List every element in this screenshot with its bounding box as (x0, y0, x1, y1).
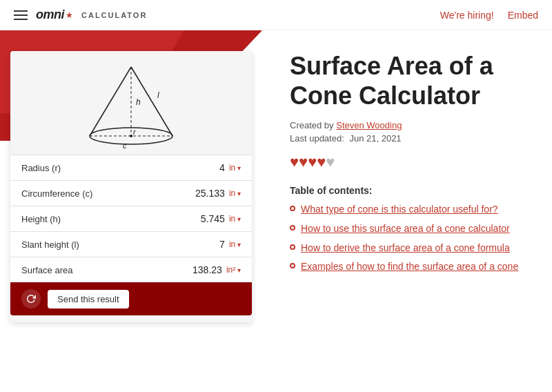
cone-diagram: h l r c (10, 51, 252, 155)
toc-list: What type of cone is this calculator use… (290, 203, 524, 273)
toc-bullet-3 (290, 244, 295, 250)
toc-item-4: Examples of how to find the surface area… (290, 260, 524, 274)
header-left: omni ★ CALCULATOR (14, 8, 147, 22)
toc-bullet-1 (290, 206, 295, 211)
rating-row: ♥ ♥ ♥ ♥ ♥ (290, 153, 524, 171)
article-title: Surface Area of a Cone Calculator (290, 51, 524, 110)
toc-bullet-4 (290, 263, 295, 268)
height-label: Height (h) (21, 214, 201, 224)
toc-link-4[interactable]: Examples of how to find the surface area… (301, 260, 518, 274)
send-result-button[interactable]: Send this result (48, 290, 129, 308)
logo-omni-text: omni (36, 8, 64, 22)
article-created-by: Created by Steven Wooding (290, 120, 524, 130)
toc-link-3[interactable]: How to derive the surface area of a cone… (301, 242, 510, 255)
author-link[interactable]: Steven Wooding (336, 120, 402, 130)
radius-unit[interactable]: in (229, 163, 241, 173)
heart-2: ♥ (299, 153, 308, 171)
slant-value: 7 (219, 239, 225, 250)
heart-1: ♥ (290, 153, 299, 171)
calc-row-height: Height (h) 5.745 in (10, 206, 252, 232)
calc-footer: Send this result (10, 282, 252, 315)
radius-label: Radius (r) (21, 163, 219, 173)
heart-4: ♥ (317, 153, 326, 171)
header-right: We're hiring! Embed (440, 10, 538, 21)
calc-row-surface: Surface area 138.23 in² (10, 257, 252, 282)
slant-unit[interactable]: in (229, 239, 241, 249)
toc-item-2: How to use this surface area of a cone c… (290, 222, 524, 236)
toc-link-2[interactable]: How to use this surface area of a cone c… (301, 222, 510, 236)
logo-star-icon: ★ (66, 10, 73, 20)
toc-title: Table of contents: (290, 185, 524, 196)
cone-svg: h l r c (69, 60, 193, 153)
calc-row-slant: Slant height (l) 7 in (10, 232, 252, 257)
height-value: 5.745 (201, 213, 225, 224)
height-unit[interactable]: in (229, 214, 241, 224)
calc-row-circumference: Circumference (c) 25.133 in (10, 181, 252, 206)
radius-value: 4 (219, 162, 225, 173)
svg-text:l: l (157, 90, 159, 100)
header: omni ★ CALCULATOR We're hiring! Embed (0, 0, 552, 30)
svg-line-0 (90, 67, 131, 136)
slant-label: Slant height (l) (21, 239, 219, 250)
heart-3: ♥ (308, 153, 317, 171)
svg-text:c: c (123, 141, 127, 150)
logo-calculator-text: CALCULATOR (81, 11, 147, 19)
main-content: h l r c Radius (r) 4 in Circumference (c… (0, 30, 552, 392)
toc-item-1: What type of cone is this calculator use… (290, 203, 524, 217)
surface-unit[interactable]: in² (226, 265, 241, 275)
heart-half-icon: ♥ (326, 153, 335, 171)
calculator-card: h l r c Radius (r) 4 in Circumference (c… (10, 51, 252, 322)
circumference-label: Circumference (c) (21, 188, 195, 199)
hamburger-menu[interactable] (14, 10, 28, 20)
refresh-button[interactable] (21, 289, 41, 308)
toc-bullet-2 (290, 225, 295, 231)
circumference-unit[interactable]: in (229, 188, 241, 198)
logo: omni ★ CALCULATOR (36, 8, 147, 22)
toc-item-3: How to derive the surface area of a cone… (290, 242, 524, 255)
right-panel: Surface Area of a Cone Calculator Create… (262, 30, 552, 392)
left-panel: h l r c Radius (r) 4 in Circumference (c… (0, 30, 262, 392)
svg-text:h: h (136, 97, 141, 107)
calc-fields: Radius (r) 4 in Circumference (c) 25.133… (10, 155, 252, 282)
surface-label: Surface area (21, 265, 193, 275)
toc-link-1[interactable]: What type of cone is this calculator use… (301, 203, 498, 217)
embed-link[interactable]: Embed (508, 10, 538, 21)
svg-point-10 (130, 135, 132, 137)
surface-value: 138.23 (193, 264, 222, 275)
hiring-link[interactable]: We're hiring! (440, 10, 494, 21)
calc-row-radius: Radius (r) 4 in (10, 155, 252, 181)
circumference-value: 25.133 (195, 188, 225, 199)
article-last-updated: Last updated: Jun 21, 2021 (290, 133, 524, 144)
svg-text:r: r (133, 128, 137, 136)
